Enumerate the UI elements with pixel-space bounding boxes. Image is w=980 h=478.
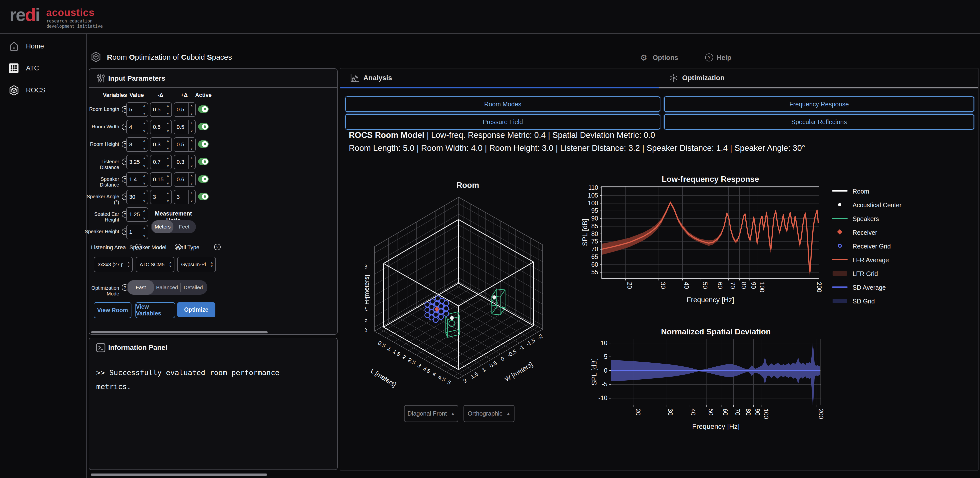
plus-delta-spinner-2-decrement[interactable]: ∨ bbox=[189, 147, 194, 150]
minus-delta-spinner-0-decrement[interactable]: ∨ bbox=[165, 112, 170, 115]
value-spinner-3-decrement[interactable]: ∨ bbox=[142, 164, 146, 168]
view-variables-button[interactable]: View Variables bbox=[135, 302, 175, 318]
value-spinner-6-increment[interactable]: ∧ bbox=[142, 209, 146, 213]
optimization-mode-segmented-option-fast[interactable]: Fast bbox=[128, 280, 154, 295]
plus-delta-spinner-3[interactable]: 0.3∧∨ bbox=[173, 155, 196, 169]
value-spinner-6-value[interactable]: 1.25 bbox=[129, 211, 140, 218]
value-spinner-1-decrement[interactable]: ∨ bbox=[142, 129, 146, 133]
value-spinner-1-increment[interactable]: ∧ bbox=[142, 121, 146, 125]
sidebar-item-rocs[interactable]: ROCS bbox=[0, 81, 86, 99]
plus-delta-spinner-4-increment[interactable]: ∧ bbox=[189, 174, 194, 178]
value-spinner-4[interactable]: 1.4∧∨ bbox=[126, 172, 148, 187]
plus-delta-spinner-5-value[interactable]: 3 bbox=[177, 194, 180, 200]
optimization-mode-segmented-option-detailed[interactable]: Detailed bbox=[180, 280, 207, 295]
value-spinner-0-decrement[interactable]: ∨ bbox=[142, 112, 146, 115]
active-toggle-5[interactable] bbox=[198, 193, 208, 200]
sidebar-item-home[interactable]: Home bbox=[0, 38, 86, 56]
plus-delta-spinner-0-increment[interactable]: ∧ bbox=[189, 104, 194, 108]
plus-delta-spinner-0-value[interactable]: 0.5 bbox=[177, 106, 185, 113]
value-spinner-3-value[interactable]: 3.25 bbox=[129, 159, 140, 165]
active-toggle-3[interactable] bbox=[198, 158, 208, 165]
view-room-button[interactable]: View Room bbox=[94, 302, 131, 318]
plus-delta-spinner-1[interactable]: 0.5∧∨ bbox=[173, 120, 196, 134]
plus-delta-spinner-0-decrement[interactable]: ∨ bbox=[189, 112, 194, 115]
frequency-response-button[interactable]: Frequency Response bbox=[664, 97, 974, 112]
value-spinner-7[interactable]: 1∧∨ bbox=[126, 225, 148, 239]
pressure-field-button[interactable]: Pressure Field bbox=[345, 114, 660, 130]
minus-delta-spinner-2[interactable]: 0.3∧∨ bbox=[150, 137, 172, 152]
active-toggle-1[interactable] bbox=[198, 123, 208, 130]
minus-delta-spinner-2-value[interactable]: 0.3 bbox=[153, 141, 161, 148]
plus-delta-spinner-1-decrement[interactable]: ∨ bbox=[189, 129, 194, 133]
select-wall-type[interactable]: Gypsum-Plywood-Gypsu∧∨ bbox=[177, 257, 216, 272]
value-spinner-6[interactable]: 1.25∧∨ bbox=[126, 207, 148, 222]
value-spinner-1-value[interactable]: 4 bbox=[129, 124, 132, 130]
active-toggle-2[interactable] bbox=[198, 140, 208, 148]
value-spinner-3-increment[interactable]: ∧ bbox=[142, 156, 146, 160]
sidebar-item-atc[interactable]: ATC bbox=[0, 59, 86, 78]
help-button[interactable]: Help bbox=[717, 54, 731, 62]
minus-delta-spinner-3-increment[interactable]: ∧ bbox=[165, 156, 170, 160]
room-modes-button[interactable]: Room Modes bbox=[345, 97, 660, 112]
minus-delta-spinner-0-increment[interactable]: ∧ bbox=[165, 104, 170, 108]
tab-optimization[interactable]: Optimization bbox=[659, 68, 978, 88]
input-panel-hscrollbar[interactable] bbox=[91, 331, 267, 333]
plus-delta-spinner-0[interactable]: 0.5∧∨ bbox=[173, 102, 196, 117]
plus-delta-spinner-4-decrement[interactable]: ∨ bbox=[189, 181, 194, 185]
active-toggle-4[interactable] bbox=[198, 175, 208, 183]
select-listening-area[interactable]: 3x3x3 (27 points)∧∨ bbox=[94, 257, 133, 272]
value-spinner-0-increment[interactable]: ∧ bbox=[142, 104, 146, 108]
value-spinner-7-value[interactable]: 1 bbox=[129, 229, 132, 235]
value-spinner-0-value[interactable]: 5 bbox=[129, 106, 132, 113]
minus-delta-spinner-4[interactable]: 0.15∧∨ bbox=[150, 172, 172, 187]
value-spinner-5-value[interactable]: 30 bbox=[129, 194, 135, 200]
plus-delta-spinner-3-value[interactable]: 0.3 bbox=[177, 159, 185, 165]
value-spinner-2-decrement[interactable]: ∨ bbox=[142, 147, 146, 150]
minus-delta-spinner-5[interactable]: 3∧∨ bbox=[150, 190, 172, 204]
value-spinner-2-value[interactable]: 3 bbox=[129, 141, 132, 148]
help-circle-icon[interactable]: ? bbox=[214, 244, 221, 250]
value-spinner-2[interactable]: 3∧∨ bbox=[126, 137, 148, 152]
value-spinner-0[interactable]: 5∧∨ bbox=[126, 102, 148, 117]
plus-delta-spinner-3-decrement[interactable]: ∨ bbox=[189, 164, 194, 168]
minus-delta-spinner-1[interactable]: 0.5∧∨ bbox=[150, 120, 172, 134]
plus-delta-spinner-4-value[interactable]: 0.6 bbox=[177, 176, 185, 183]
plus-delta-spinner-5-decrement[interactable]: ∨ bbox=[189, 199, 194, 203]
minus-delta-spinner-3[interactable]: 0.7∧∨ bbox=[150, 155, 172, 169]
minus-delta-spinner-1-value[interactable]: 0.5 bbox=[153, 124, 161, 130]
plus-delta-spinner-1-value[interactable]: 0.5 bbox=[177, 124, 185, 130]
value-spinner-6-decrement[interactable]: ∨ bbox=[142, 216, 146, 220]
plus-delta-spinner-4[interactable]: 0.6∧∨ bbox=[173, 172, 196, 187]
minus-delta-spinner-5-increment[interactable]: ∧ bbox=[165, 191, 170, 195]
minus-delta-spinner-5-decrement[interactable]: ∨ bbox=[165, 199, 170, 203]
plus-delta-spinner-3-increment[interactable]: ∧ bbox=[189, 156, 194, 160]
optimization-mode-segmented-option-balanced[interactable]: Balanced bbox=[154, 280, 180, 295]
minus-delta-spinner-0-value[interactable]: 0.5 bbox=[153, 106, 161, 113]
minus-delta-spinner-4-decrement[interactable]: ∨ bbox=[165, 181, 170, 185]
specular-reflecions-button[interactable]: Specular Reflecions bbox=[664, 114, 974, 130]
tab-analysis[interactable]: Analysis bbox=[340, 68, 659, 88]
optimize-button[interactable]: Optimize bbox=[177, 302, 215, 317]
plus-delta-spinner-2-increment[interactable]: ∧ bbox=[189, 139, 194, 143]
plus-delta-spinner-1-increment[interactable]: ∧ bbox=[189, 121, 194, 125]
value-spinner-4-increment[interactable]: ∧ bbox=[142, 174, 146, 178]
value-spinner-7-increment[interactable]: ∧ bbox=[142, 226, 146, 230]
value-spinner-7-decrement[interactable]: ∨ bbox=[142, 234, 146, 238]
view-angle-select[interactable]: Diagonal Front ▲ bbox=[404, 405, 458, 422]
page-bottom-scrollbar[interactable] bbox=[91, 473, 267, 476]
active-toggle-0[interactable] bbox=[198, 105, 208, 113]
minus-delta-spinner-4-increment[interactable]: ∧ bbox=[165, 174, 170, 178]
value-spinner-4-value[interactable]: 1.4 bbox=[129, 176, 137, 183]
value-spinner-5-increment[interactable]: ∧ bbox=[142, 191, 146, 195]
options-button[interactable]: Options bbox=[653, 54, 678, 62]
minus-delta-spinner-1-decrement[interactable]: ∨ bbox=[165, 129, 170, 133]
value-spinner-1[interactable]: 4∧∨ bbox=[126, 120, 148, 134]
plus-delta-spinner-2[interactable]: 0.5∧∨ bbox=[173, 137, 196, 152]
measurement-units-segmented-option-feet[interactable]: Feet bbox=[173, 220, 195, 233]
plus-delta-spinner-5[interactable]: 3∧∨ bbox=[173, 190, 196, 204]
minus-delta-spinner-3-value[interactable]: 0.7 bbox=[153, 159, 161, 165]
value-spinner-5[interactable]: 30∧∨ bbox=[126, 190, 148, 204]
projection-select[interactable]: Orthographic ▲ bbox=[463, 405, 514, 422]
minus-delta-spinner-0[interactable]: 0.5∧∨ bbox=[150, 102, 172, 117]
measurement-units-segmented-option-meters[interactable]: Meters bbox=[152, 220, 173, 233]
